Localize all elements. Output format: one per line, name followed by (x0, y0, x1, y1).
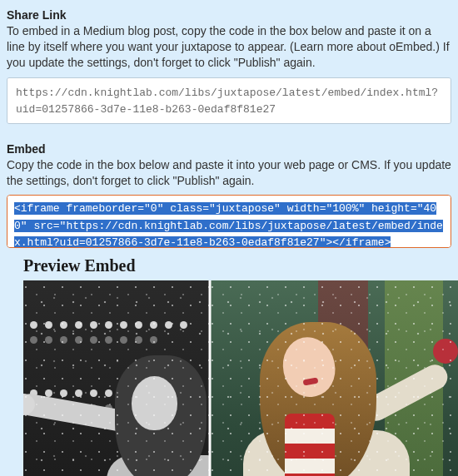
share-link-description: To embed in a Medium blog post, copy the… (7, 23, 451, 71)
juxtapose-divider-handle[interactable] (209, 280, 212, 476)
embed-heading: Embed (7, 142, 451, 156)
juxtapose-before-image (23, 280, 210, 476)
share-link-code-box[interactable] (7, 77, 451, 124)
preview-embed-heading: Preview Embed (23, 256, 451, 275)
embed-description: Copy the code in the box below and paste… (7, 157, 451, 189)
preview-embed-frame[interactable] (23, 280, 458, 476)
share-link-heading: Share Link (7, 8, 451, 22)
embed-code-box[interactable]: <iframe frameborder="0" class="juxtapose… (7, 195, 451, 248)
juxtapose-slider[interactable] (23, 280, 458, 476)
juxtapose-after-image (210, 280, 458, 476)
